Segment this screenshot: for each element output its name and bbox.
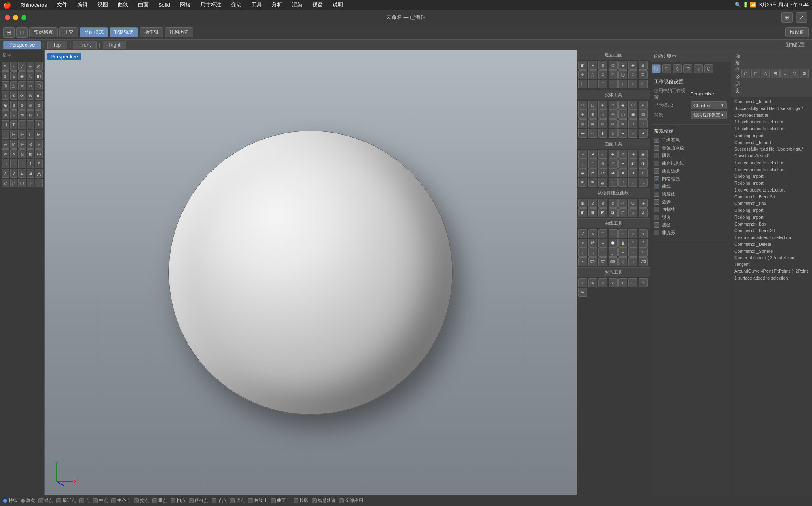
ct-tool-1[interactable]: ╱ — [578, 229, 587, 238]
sft-tool-8[interactable]: ○ — [578, 159, 587, 168]
st-tool-1[interactable]: □ — [578, 101, 587, 110]
sft-tool-2[interactable]: ◄ — [588, 150, 597, 159]
ortho-btn[interactable]: 正交 — [59, 27, 78, 37]
st-tool-28[interactable]: ▲ — [639, 129, 648, 138]
sft-tool-19[interactable]: ◖ — [618, 168, 627, 177]
fo-tool-12[interactable]: ◫ — [618, 208, 627, 217]
display-icon-3[interactable]: ◇ — [673, 64, 682, 73]
snap-vertex-check[interactable]: ✓ — [230, 498, 235, 503]
presets-btn[interactable]: 预设值 — [785, 27, 809, 37]
tt-tool-2[interactable]: ⟲ — [588, 278, 597, 287]
snap-smart-track-check[interactable]: ✓ — [312, 498, 317, 503]
st-tool-11[interactable]: ◎ — [609, 110, 618, 119]
ch-icon-2[interactable]: □ — [751, 69, 760, 78]
viewport-3d[interactable]: Perspective — [45, 50, 577, 495]
bs-tool-21[interactable]: ⊨ — [639, 80, 648, 88]
ct-tool-25[interactable]: ⌨ — [609, 257, 618, 266]
st-tool-16[interactable]: ▦ — [588, 119, 597, 128]
bs-tool-10[interactable]: ⊙ — [598, 70, 607, 79]
tool-6[interactable]: ⌀ — [2, 71, 9, 80]
st-tool-22[interactable]: ▬ — [578, 129, 587, 138]
menu-surface[interactable]: 曲面 — [136, 1, 151, 9]
ct-tool-5[interactable]: ⌔ — [618, 229, 627, 238]
st-tool-27[interactable]: ▱ — [628, 129, 637, 138]
bs-tool-4[interactable]: ⬡ — [609, 61, 618, 70]
fo-tool-9[interactable]: ◨ — [588, 208, 597, 217]
operate-axis-btn[interactable]: 操作轴 — [140, 27, 163, 37]
fo-tool-2[interactable]: ⊙ — [588, 199, 597, 208]
menu-render[interactable]: 渲染 — [289, 1, 305, 9]
tool-45[interactable]: ⊱ — [35, 140, 43, 149]
st-tool-6[interactable]: ⬡ — [628, 101, 637, 110]
fo-tool-11[interactable]: ◪ — [609, 208, 618, 217]
st-tool-26[interactable]: ▰ — [618, 129, 627, 138]
bs-tool-6[interactable]: ◉ — [628, 61, 637, 70]
snap-near-check[interactable]: ✓ — [56, 498, 61, 503]
tool-35[interactable]: ⊧ — [35, 120, 43, 129]
st-tool-17[interactable]: ▧ — [598, 119, 607, 128]
bs-tool-9[interactable]: △ — [588, 70, 597, 79]
toolbar-icon-1[interactable]: ⊞ — [3, 27, 15, 38]
lock-grid-btn[interactable]: 锁定格点 — [29, 27, 58, 37]
st-tool-7[interactable]: ⊕ — [639, 101, 648, 110]
tool-15[interactable]: ⊡ — [35, 81, 43, 90]
tool-9[interactable]: ⬡ — [27, 71, 35, 80]
tt-tool-4[interactable]: ⤢ — [609, 278, 618, 287]
menu-solid[interactable]: Solid — [156, 2, 173, 8]
sft-tool-12[interactable]: ● — [618, 159, 627, 168]
st-tool-25[interactable]: ▯ — [609, 129, 618, 138]
tool-10[interactable]: ◧ — [35, 71, 43, 80]
tool-47[interactable]: ⊳ — [10, 149, 18, 158]
tool-16[interactable]: ↕ — [2, 91, 9, 100]
snap-end-check[interactable]: ✓ — [38, 498, 43, 503]
tool-65[interactable]: ⋅ — [35, 179, 43, 187]
checkbox-vertex-color[interactable] — [654, 145, 659, 151]
menu-help[interactable]: 说明 — [330, 1, 346, 9]
tool-56[interactable]: ⊼ — [2, 169, 9, 178]
ct-tool-6[interactable]: ⌕ — [628, 229, 637, 238]
fo-tool-4[interactable]: ⊗ — [609, 199, 618, 208]
bs-tool-19[interactable]: ⊦ — [618, 80, 627, 88]
tool-41[interactable]: ⊭ — [2, 140, 9, 149]
tool-32[interactable]: ⊤ — [10, 120, 18, 129]
tool-50[interactable]: ⊶ — [35, 149, 43, 158]
snap-quad-check[interactable]: ✓ — [189, 498, 194, 503]
fo-tool-8[interactable]: ◧ — [578, 208, 587, 217]
ct-tool-17[interactable]: ⌠ — [598, 248, 607, 257]
st-tool-12[interactable]: ◯ — [618, 110, 627, 119]
tool-17[interactable]: ⟲ — [10, 91, 18, 100]
tt-tool-8[interactable]: ⊗ — [578, 288, 587, 297]
sft-tool-28[interactable]: ◟ — [639, 178, 648, 187]
menu-analyze[interactable]: 分析 — [269, 1, 285, 9]
menu-dim[interactable]: 尺寸标注 — [198, 1, 224, 9]
st-tool-24[interactable]: ▮ — [598, 129, 607, 138]
checkbox-flat-shading[interactable] — [654, 138, 659, 143]
tool-select[interactable]: ↖ — [2, 62, 9, 71]
st-tool-20[interactable]: ▪ — [628, 119, 637, 128]
display-icon-2[interactable]: □ — [662, 64, 671, 73]
st-tool-3[interactable]: ◈ — [598, 101, 607, 110]
ct-tool-21[interactable]: ⌤ — [639, 248, 648, 257]
sft-tool-5[interactable]: ◇ — [618, 150, 627, 159]
tool-44[interactable]: ⊰ — [27, 140, 35, 149]
tool-55[interactable]: ⊻ — [35, 159, 43, 168]
tool-25[interactable]: ⊝ — [35, 101, 43, 110]
tool-12[interactable]: △ — [10, 81, 18, 90]
tt-tool-5[interactable]: ⊞ — [618, 278, 627, 287]
tool-38[interactable]: ⊪ — [18, 130, 26, 139]
ct-tool-18[interactable]: ⌡ — [609, 248, 618, 257]
ct-tool-27[interactable]: 〉 — [628, 257, 637, 266]
st-tool-14[interactable]: ▤ — [639, 110, 648, 119]
menu-curve[interactable]: 曲线 — [115, 1, 131, 9]
ct-tool-28[interactable]: ⌫ — [639, 257, 648, 266]
ct-tool-2[interactable]: ∿ — [588, 229, 597, 238]
tool-27[interactable]: ⊟ — [10, 110, 18, 119]
maximize-button[interactable] — [21, 15, 26, 20]
ct-tool-14[interactable]: ⌝ — [639, 239, 648, 248]
checkbox-mesh-wires[interactable] — [654, 176, 659, 181]
tool-21[interactable]: ◉ — [2, 101, 9, 110]
tool-53[interactable]: ⊹ — [18, 159, 26, 168]
st-tool-8[interactable]: ⊗ — [578, 110, 587, 119]
viewport-icon-btn[interactable]: ⊞ — [781, 12, 793, 23]
tool-58[interactable]: ⊾ — [18, 169, 26, 178]
